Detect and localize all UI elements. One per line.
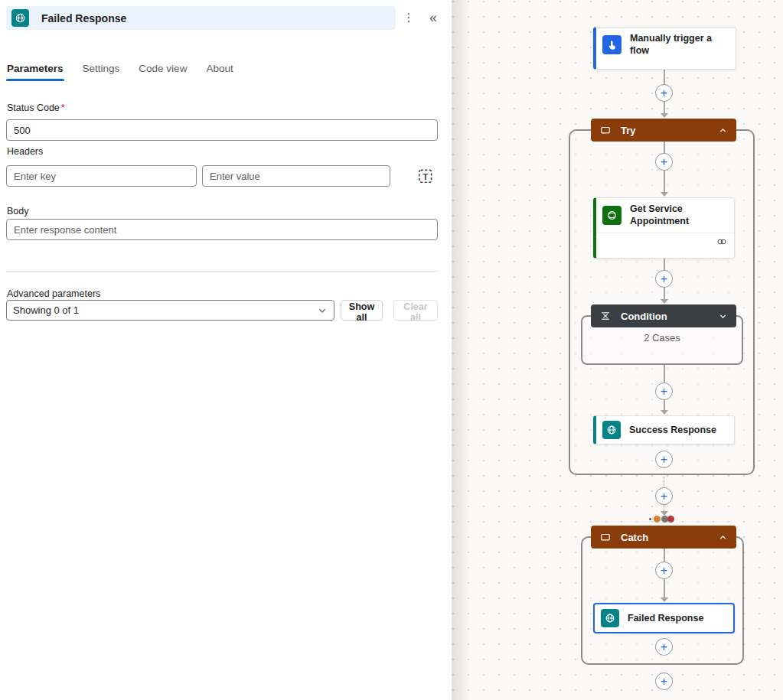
scope-label: Catch (621, 532, 718, 543)
tab-code-view[interactable]: Code view (138, 61, 188, 81)
add-action-button[interactable]: + (655, 672, 673, 690)
add-action-button[interactable]: + (655, 84, 673, 102)
svg-text:T: T (422, 171, 428, 181)
arrow-down-icon (661, 597, 668, 602)
tab-bar: Parameters Settings Code view About (6, 61, 234, 81)
catch-scope-header[interactable]: Catch (591, 526, 736, 549)
action-node-success-response[interactable]: Success Response (593, 415, 735, 444)
response-icon (11, 9, 29, 27)
response-icon (602, 421, 621, 439)
tab-about[interactable]: About (205, 61, 233, 81)
action-node-failed-response-selected[interactable]: Failed Response (593, 603, 735, 633)
tab-settings[interactable]: Settings (82, 61, 121, 81)
arrow-down-icon (661, 410, 668, 415)
run-after-dot-orange (654, 516, 661, 523)
response-icon (601, 609, 619, 627)
header-value-input[interactable] (202, 165, 390, 187)
chevron-down-icon (317, 305, 328, 316)
connection-icon[interactable] (716, 236, 727, 247)
add-action-button[interactable]: + (655, 562, 673, 579)
add-action-button[interactable]: + (655, 487, 673, 505)
chevron-up-icon[interactable] (718, 532, 728, 542)
collapse-pane-button[interactable]: « (423, 8, 443, 28)
trigger-label: Manually trigger a flow (630, 32, 723, 57)
scope-icon (600, 532, 611, 542)
add-action-button[interactable]: + (655, 638, 673, 656)
arrow-down-icon (661, 192, 668, 197)
scope-label: Try (621, 125, 718, 136)
status-code-label: Status Code* (7, 103, 65, 113)
chevron-down-icon[interactable] (718, 311, 728, 321)
add-action-button[interactable]: + (655, 153, 673, 171)
add-action-button[interactable]: + (655, 451, 673, 468)
action-label: Failed Response (628, 612, 703, 624)
chevron-up-icon[interactable] (718, 125, 728, 135)
condition-label: Condition (621, 311, 718, 322)
trigger-node-manually-trigger-a-flow[interactable]: Manually trigger a flow (593, 27, 736, 70)
add-action-button[interactable]: + (655, 383, 673, 400)
add-action-button[interactable]: + (655, 270, 673, 288)
dropdown-value: Showing 0 of 1 (13, 304, 317, 316)
condition-header[interactable]: Condition (591, 304, 736, 327)
flow-canvas[interactable]: Manually trigger a flow + Try + Get Serv… (452, 0, 783, 700)
action-header[interactable]: Failed Response (6, 6, 396, 30)
run-after-dot-red (667, 516, 674, 523)
array-text-mode-icon: T (417, 168, 434, 184)
tab-parameters[interactable]: Parameters (6, 61, 64, 81)
header-key-input[interactable] (6, 165, 197, 187)
arrow-down-icon (661, 113, 668, 118)
advanced-parameters-dropdown[interactable]: Showing 0 of 1 (6, 300, 334, 321)
condition-icon (600, 311, 611, 321)
body-input[interactable] (6, 219, 438, 240)
card-footer (596, 233, 734, 251)
advanced-parameters-label: Advanced parameters (7, 288, 100, 299)
show-all-button[interactable]: Show all (341, 300, 383, 321)
arrow-down-icon (661, 299, 668, 304)
headers-label: Headers (7, 146, 43, 157)
switch-to-array-button[interactable]: T (416, 168, 435, 186)
status-code-input[interactable] (6, 119, 438, 141)
run-after-settings[interactable] (649, 516, 674, 523)
scope-icon (600, 125, 611, 135)
clear-all-button[interactable]: Clear all (393, 300, 438, 321)
action-title: Failed Response (41, 12, 126, 24)
required-asterisk: * (61, 103, 65, 113)
more-options-button[interactable]: ⋮ (399, 8, 419, 28)
action-parameters-pane: Failed Response ⋮ « Parameters Settings … (0, 0, 452, 700)
kebab-icon: ⋮ (403, 11, 415, 24)
dataverse-icon (602, 206, 622, 225)
action-label: Success Response (629, 424, 716, 436)
body-label: Body (7, 206, 29, 217)
action-node-get-service-appointment[interactable]: Get Service Appointment (593, 197, 735, 259)
section-divider (6, 271, 438, 272)
condition-cases-summary: 2 Cases (581, 332, 743, 343)
manual-trigger-icon (602, 35, 622, 54)
action-label: Get Service Appointment (630, 203, 720, 228)
collapse-icon: « (429, 10, 437, 26)
try-scope-header[interactable]: Try (591, 119, 736, 142)
run-after-dot (649, 518, 651, 520)
